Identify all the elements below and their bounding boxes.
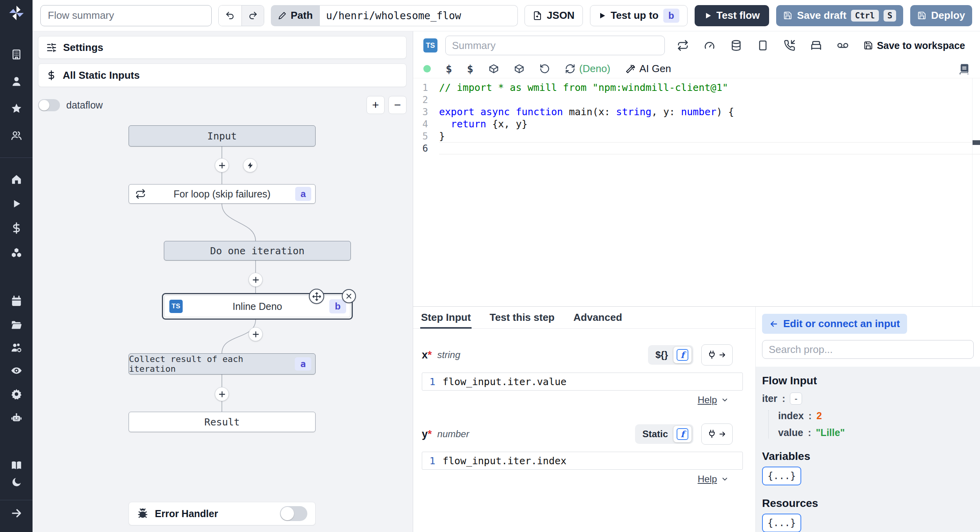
tab-step-input[interactable]: Step Input: [421, 307, 471, 328]
javascript-mode-button[interactable]: f: [673, 347, 691, 363]
search-prop-input[interactable]: [762, 340, 974, 359]
code-editor[interactable]: 1// import * as wmill from "npm:windmill…: [413, 78, 980, 306]
node-result[interactable]: Result: [129, 412, 316, 432]
prop-iter-row[interactable]: iter : -: [762, 393, 974, 405]
resource-picker-icon[interactable]: $: [467, 63, 473, 75]
dataflow-toggle[interactable]: [38, 99, 60, 111]
trigger-bolt-button[interactable]: [243, 158, 257, 172]
add-step-button[interactable]: [215, 158, 229, 172]
step-summary-input[interactable]: [445, 36, 665, 55]
ai-gen-button[interactable]: AI Gen: [625, 63, 671, 75]
package-box-icon[interactable]: [514, 63, 524, 74]
static-mode-button[interactable]: Static: [637, 428, 673, 440]
variables-object-button[interactable]: {...}: [762, 467, 801, 485]
test-flow-button[interactable]: Test flow: [695, 5, 769, 26]
refresh-icon[interactable]: [565, 63, 575, 74]
path-input[interactable]: [320, 5, 518, 26]
runs-play-icon[interactable]: [11, 198, 22, 210]
home-icon[interactable]: [11, 174, 22, 185]
node-inline-deno-selected[interactable]: TS Inline Deno b: [162, 293, 353, 320]
javascript-mode-button[interactable]: f: [673, 426, 691, 442]
move-step-handle[interactable]: [309, 289, 324, 304]
cache-database-icon[interactable]: [730, 40, 742, 51]
save-draft-button[interactable]: Save draft Ctrl S: [776, 5, 903, 26]
editor-overview-ruler[interactable]: [972, 78, 980, 306]
settings-gear-icon[interactable]: [11, 388, 22, 400]
help-link[interactable]: Help: [698, 394, 717, 405]
add-step-button[interactable]: [215, 387, 229, 401]
resources-object-button[interactable]: {...}: [762, 514, 801, 532]
delete-step-button[interactable]: [342, 289, 356, 303]
prop-colon: :: [808, 410, 811, 422]
variables-dollar-icon[interactable]: [11, 222, 22, 234]
help-link[interactable]: Help: [698, 474, 717, 485]
timeout-square-icon[interactable]: [757, 40, 769, 51]
edit-path-button[interactable]: Path: [271, 5, 319, 26]
mock-voicemail-icon[interactable]: [837, 40, 849, 51]
reset-rotate-ccw-icon[interactable]: [539, 63, 550, 74]
field-x-expression-editor[interactable]: 1 flow_input.iter.value: [422, 373, 743, 391]
chevron-down-icon[interactable]: [721, 396, 729, 404]
all-static-inputs-button[interactable]: All Static Inputs: [38, 63, 407, 87]
save-to-workspace-button[interactable]: Save to workspace: [864, 40, 965, 51]
add-step-button[interactable]: [249, 273, 263, 287]
docs-book-icon[interactable]: [959, 63, 970, 74]
resources-boxes-icon[interactable]: [11, 247, 22, 259]
node-collect-result[interactable]: Collect result of each iteration a: [129, 353, 316, 375]
schedules-calendar-icon[interactable]: [11, 295, 22, 307]
user-icon[interactable]: [11, 76, 22, 87]
code-line[interactable]: 3export async function main(x: string, y…: [413, 106, 980, 118]
variable-picker-icon[interactable]: $: [446, 63, 452, 75]
test-up-to-button[interactable]: Test up to b: [590, 5, 688, 26]
json-button[interactable]: JSON: [524, 5, 583, 26]
field-y-expression-editor[interactable]: 1 flow_input.iter.index: [422, 452, 743, 470]
package-box-icon[interactable]: [488, 63, 499, 74]
tab-test-this-step[interactable]: Test this step: [490, 307, 555, 328]
flow-summary-input[interactable]: [40, 5, 212, 26]
node-do-one-iteration[interactable]: Do one iteration: [164, 241, 351, 261]
code-line[interactable]: 4 return {x, y}: [413, 118, 980, 130]
audit-eye-icon[interactable]: [11, 365, 22, 376]
favorites-star-icon[interactable]: [11, 103, 22, 114]
collapse-toggle-button[interactable]: -: [790, 393, 802, 405]
zoom-out-button[interactable]: −: [388, 96, 407, 114]
dark-mode-moon-icon[interactable]: [11, 476, 22, 488]
docs-book-icon[interactable]: [11, 460, 22, 471]
retries-repeat-icon[interactable]: [677, 40, 689, 51]
code-line[interactable]: 5}: [413, 130, 980, 142]
flow-settings-button[interactable]: Settings: [38, 36, 407, 59]
template-mode-button[interactable]: ${}: [650, 349, 673, 361]
arrow-left-icon: [769, 319, 779, 329]
code-line[interactable]: 2: [413, 94, 980, 106]
workspace-building-icon[interactable]: [11, 49, 22, 60]
field-y-connect-button[interactable]: [701, 423, 733, 445]
code-line[interactable]: 6: [413, 142, 980, 154]
redo-button[interactable]: [241, 5, 264, 26]
tab-advanced[interactable]: Advanced: [573, 307, 622, 328]
workers-users-gear-icon[interactable]: [11, 342, 22, 354]
ai-robot-icon[interactable]: [11, 412, 22, 424]
sidebar-divider: [0, 157, 33, 158]
edit-or-connect-input-button[interactable]: Edit or connect an input: [762, 314, 907, 334]
code-line[interactable]: 1// import * as wmill from "npm:windmill…: [413, 81, 980, 94]
error-handler-toggle[interactable]: [280, 506, 307, 521]
zoom-in-button[interactable]: +: [367, 96, 385, 114]
groups-users-icon[interactable]: [11, 130, 22, 141]
field-x-connect-button[interactable]: [701, 344, 733, 366]
prop-value-row[interactable]: value : "Lille": [778, 427, 974, 438]
phone-incoming-icon[interactable]: [784, 40, 795, 51]
deploy-button[interactable]: Deploy: [910, 5, 972, 26]
node-forloop[interactable]: For loop (skip failures) a: [129, 184, 316, 204]
windmill-logo-icon[interactable]: [7, 4, 25, 22]
prop-index-row[interactable]: index : 2: [778, 410, 974, 422]
node-input[interactable]: Input: [129, 125, 316, 147]
save-icon: [783, 11, 792, 20]
node-inline-deno-label: Inline Deno: [232, 301, 282, 312]
add-step-button[interactable]: [249, 327, 263, 341]
undo-button[interactable]: [219, 5, 241, 26]
sleep-bed-icon[interactable]: [810, 40, 822, 51]
collapse-arrow-right-icon[interactable]: [11, 507, 22, 519]
concurrency-gauge-icon[interactable]: [704, 40, 715, 51]
chevron-down-icon[interactable]: [721, 475, 729, 483]
folders-icon[interactable]: [11, 319, 22, 331]
